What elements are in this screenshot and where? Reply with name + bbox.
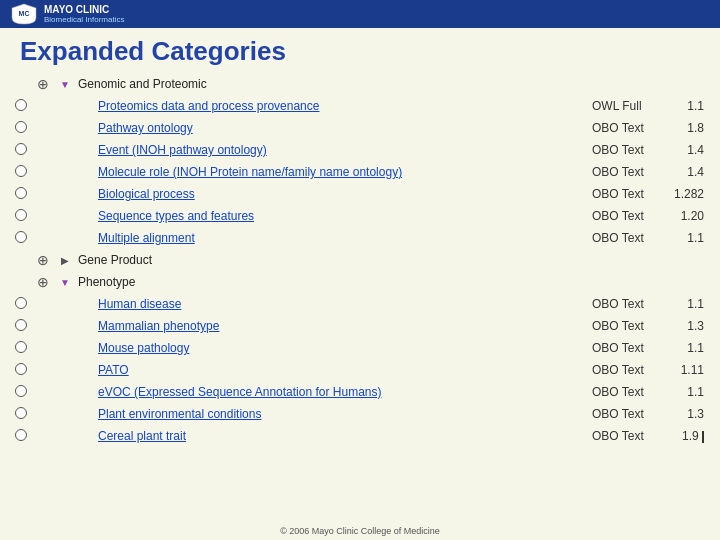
format-cell xyxy=(590,73,665,95)
ontology-link-biological[interactable]: Biological process xyxy=(98,187,195,201)
expand-icon xyxy=(32,359,54,381)
format-cell: OBO Text xyxy=(590,293,665,315)
table-row: PATOOBO Text1.11 xyxy=(10,359,710,381)
ontology-link-proteomics[interactable]: Proteomics data and process provenance xyxy=(98,99,319,113)
expand-icon xyxy=(32,95,54,117)
logo-text: MAYO CLINIC Biomedical Informatics xyxy=(44,4,124,24)
expand-icon xyxy=(32,227,54,249)
collapse-icon xyxy=(54,359,76,381)
version-cell: 1.20 xyxy=(665,205,710,227)
mayo-clinic-logo: MC xyxy=(10,2,38,26)
header-bar: MC MAYO CLINIC Biomedical Informatics xyxy=(0,0,720,28)
ontology-link-mouse[interactable]: Mouse pathology xyxy=(98,341,189,355)
format-cell: OBO Text xyxy=(590,359,665,381)
radio-button[interactable] xyxy=(15,121,27,133)
cross-icon[interactable]: ⊕ xyxy=(37,252,49,268)
format-cell: OBO Text xyxy=(590,183,665,205)
version-cell: 1.1 xyxy=(665,293,710,315)
radio-button[interactable] xyxy=(15,385,27,397)
ontology-link-pathway[interactable]: Pathway ontology xyxy=(98,121,193,135)
ontology-link-mammalian[interactable]: Mammalian phenotype xyxy=(98,319,219,333)
ontology-link-pato[interactable]: PATO xyxy=(98,363,129,377)
cross-icon[interactable]: ⊕ xyxy=(37,76,49,92)
version-cell: 1.1 xyxy=(665,337,710,359)
format-cell: OBO Text xyxy=(590,381,665,403)
version-cell xyxy=(665,271,710,293)
version-cell: 1.3 xyxy=(665,315,710,337)
version-cell: 1.9 xyxy=(665,425,710,447)
ontology-link-cereal[interactable]: Cereal plant trait xyxy=(98,429,186,443)
format-cell: OBO Text xyxy=(590,139,665,161)
content-area: ⊕▼Genomic and ProteomicProteomics data a… xyxy=(0,73,720,447)
ontology-link-evoc[interactable]: eVOC (Expressed Sequence Annotation for … xyxy=(98,385,382,399)
expand-icon xyxy=(32,403,54,425)
radio-button[interactable] xyxy=(15,429,27,441)
radio-button[interactable] xyxy=(15,143,27,155)
radio-button[interactable] xyxy=(15,407,27,419)
format-cell: OBO Text xyxy=(590,227,665,249)
footer-bar: © 2006 Mayo Clinic College of Medicine xyxy=(0,522,720,540)
ontology-link-humandisease[interactable]: Human disease xyxy=(98,297,181,311)
logo-area: MC MAYO CLINIC Biomedical Informatics xyxy=(10,2,124,26)
collapse-icon[interactable]: ▶ xyxy=(54,249,76,271)
triangle-right-icon[interactable]: ▶ xyxy=(61,255,69,266)
radio-button[interactable] xyxy=(15,165,27,177)
ontology-link-sequence[interactable]: Sequence types and features xyxy=(98,209,254,223)
collapse-icon xyxy=(54,183,76,205)
category-label-phenotype: Phenotype xyxy=(78,275,135,289)
radio-button[interactable] xyxy=(15,99,27,111)
version-cell xyxy=(665,249,710,271)
page-title-area: Expanded Categories xyxy=(0,28,720,73)
radio-button[interactable] xyxy=(15,209,27,221)
expand-icon[interactable]: ⊕ xyxy=(32,73,54,95)
version-cell: 1.4 xyxy=(665,139,710,161)
ontology-link-event[interactable]: Event (INOH pathway ontology) xyxy=(98,143,267,157)
category-label-geneproduct: Gene Product xyxy=(78,253,152,267)
format-cell: OBO Text xyxy=(590,315,665,337)
expand-icon xyxy=(32,293,54,315)
triangle-down-icon[interactable]: ▼ xyxy=(60,79,70,90)
ontology-link-molecule[interactable]: Molecule role (INOH Protein name/family … xyxy=(98,165,402,179)
radio-button[interactable] xyxy=(15,341,27,353)
expand-icon xyxy=(32,315,54,337)
expand-icon xyxy=(32,139,54,161)
table-row: Mammalian phenotypeOBO Text1.3 xyxy=(10,315,710,337)
radio-button[interactable] xyxy=(15,297,27,309)
cross-icon[interactable]: ⊕ xyxy=(37,274,49,290)
collapse-icon xyxy=(54,425,76,447)
category-label-genomic: Genomic and Proteomic xyxy=(78,77,207,91)
radio-button[interactable] xyxy=(15,319,27,331)
collapse-icon xyxy=(54,381,76,403)
ontology-link-plant[interactable]: Plant environmental conditions xyxy=(98,407,261,421)
expand-icon xyxy=(32,337,54,359)
table-row: Pathway ontologyOBO Text1.8 xyxy=(10,117,710,139)
expand-icon xyxy=(32,161,54,183)
collapse-icon xyxy=(54,205,76,227)
collapse-icon xyxy=(54,161,76,183)
ontology-link-multiple[interactable]: Multiple alignment xyxy=(98,231,195,245)
table-row: Mouse pathologyOBO Text1.1 xyxy=(10,337,710,359)
format-cell xyxy=(590,271,665,293)
collapse-icon xyxy=(54,139,76,161)
table-row: Event (INOH pathway ontology)OBO Text1.4 xyxy=(10,139,710,161)
svg-text:MC: MC xyxy=(19,10,30,17)
table-row: Sequence types and featuresOBO Text1.20 xyxy=(10,205,710,227)
radio-button[interactable] xyxy=(15,231,27,243)
version-cell: 1.4 xyxy=(665,161,710,183)
version-cell: 1.3 xyxy=(665,403,710,425)
table-row: Multiple alignmentOBO Text1.1 xyxy=(10,227,710,249)
collapse-icon xyxy=(54,293,76,315)
expand-icon xyxy=(32,381,54,403)
expand-icon xyxy=(32,183,54,205)
radio-button[interactable] xyxy=(15,187,27,199)
collapse-icon xyxy=(54,315,76,337)
version-cell: 1.1 xyxy=(665,381,710,403)
collapse-icon[interactable]: ▼ xyxy=(54,271,76,293)
triangle-down-icon[interactable]: ▼ xyxy=(60,277,70,288)
collapse-icon[interactable]: ▼ xyxy=(54,73,76,95)
format-cell xyxy=(590,249,665,271)
expand-icon[interactable]: ⊕ xyxy=(32,249,54,271)
expand-icon[interactable]: ⊕ xyxy=(32,271,54,293)
table-row: Human diseaseOBO Text1.1 xyxy=(10,293,710,315)
radio-button[interactable] xyxy=(15,363,27,375)
